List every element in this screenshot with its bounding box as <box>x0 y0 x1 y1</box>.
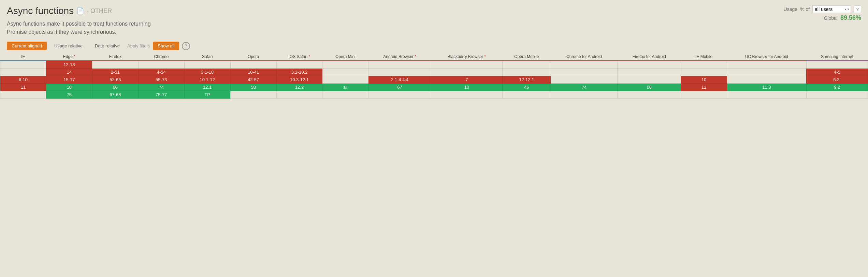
col-label: UC Browser for Android <box>745 54 788 59</box>
col-label: Firefox for Android <box>633 54 666 59</box>
table-cell: 67 <box>368 84 431 91</box>
table-cell: 46 <box>502 84 551 91</box>
table-cell <box>681 69 727 76</box>
col-label: IE <box>21 54 25 59</box>
table-cell: 42-57 <box>230 76 276 84</box>
global-row: Global 89.56% <box>766 14 861 21</box>
table-cell: 55-73 <box>138 76 184 84</box>
compat-table-container: IEEdge *FirefoxChromeSafariOperaiOS Safa… <box>0 53 868 99</box>
col-header-uc-browser-for-android: UC Browser for Android <box>727 53 807 61</box>
table-cell <box>551 76 618 84</box>
table-row: 7567-6875-77TP <box>0 91 868 99</box>
col-header-blackberry-browser: Blackberry Browser * <box>431 53 502 61</box>
title-icon: 📄 <box>76 7 84 15</box>
table-cell <box>618 61 681 69</box>
col-header-opera-mobile: Opera Mobile <box>502 53 551 61</box>
table-cell <box>230 91 276 99</box>
table-cell <box>806 61 868 69</box>
table-cell: 14 <box>46 69 92 76</box>
table-cell <box>368 61 431 69</box>
col-label: Samsung Internet <box>821 54 853 59</box>
description-line2: Promise objects as if they were synchron… <box>7 28 766 36</box>
table-cell: 11 <box>681 84 727 91</box>
date-relative-button[interactable]: Date relative <box>90 42 125 50</box>
table-cell <box>551 69 618 76</box>
table-cell <box>618 76 681 84</box>
table-cell: 75-77 <box>138 91 184 99</box>
col-header-chrome-for-android: Chrome for Android <box>551 53 618 61</box>
col-label: Safari <box>202 54 213 59</box>
table-cell <box>727 61 807 69</box>
table-cell <box>727 69 807 76</box>
apply-filters-button[interactable]: Apply filters <box>127 43 150 48</box>
table-cell: 6.2- <box>806 76 868 84</box>
col-asterisk: * <box>483 54 486 59</box>
title-other: - OTHER <box>87 8 112 15</box>
table-cell: 74 <box>551 84 618 91</box>
table-cell: 66 <box>92 84 138 91</box>
filters-help-badge[interactable]: ? <box>182 42 190 50</box>
table-cell: 4-54 <box>138 69 184 76</box>
table-cell: 10.3-12.1 <box>276 76 322 84</box>
col-header-opera-mini: Opera Mini <box>322 53 368 61</box>
table-cell: 52-65 <box>92 76 138 84</box>
usage-section: Usage % of all users tracked users ? Glo… <box>766 5 861 21</box>
usage-help-button[interactable]: ? <box>854 5 861 13</box>
table-cell: 11.8 <box>727 84 807 91</box>
table-cell <box>618 91 681 99</box>
table-cell: 66 <box>618 84 681 91</box>
table-cell: 6-10 <box>0 76 46 84</box>
col-header-safari: Safari <box>184 53 230 61</box>
current-aligned-button[interactable]: Current aligned <box>7 42 47 50</box>
col-label: Firefox <box>109 54 121 59</box>
col-label: Opera <box>248 54 259 59</box>
table-cell <box>92 61 138 69</box>
col-header-android-browser: Android Browser * <box>368 53 431 61</box>
table-cell <box>322 69 368 76</box>
col-asterisk: * <box>73 54 75 59</box>
table-cell <box>551 61 618 69</box>
table-cell <box>230 61 276 69</box>
table-cell <box>727 91 807 99</box>
col-label: Edge <box>63 54 73 59</box>
title-text: Async functions <box>7 5 74 16</box>
table-row: 1118667412.15812.2all67104674661111.89.2 <box>0 84 868 91</box>
table-cell <box>276 61 322 69</box>
show-all-button[interactable]: Show all <box>153 42 179 50</box>
table-cell: 12.1 <box>184 84 230 91</box>
table-cell: 10-41 <box>230 69 276 76</box>
usage-relative-button[interactable]: Usage relative <box>49 42 87 50</box>
filters-bar: Current aligned Usage relative Date rela… <box>0 39 868 53</box>
global-label: Global <box>824 15 837 21</box>
table-cell <box>502 69 551 76</box>
col-header-ie: IE <box>0 53 46 61</box>
table-cell <box>551 91 618 99</box>
table-cell: 15-17 <box>46 76 92 84</box>
table-cell <box>431 91 502 99</box>
users-select[interactable]: all users tracked users <box>812 5 851 13</box>
table-cell <box>276 91 322 99</box>
table-cell <box>618 69 681 76</box>
table-cell <box>0 91 46 99</box>
table-cell <box>184 61 230 69</box>
col-label: Chrome <box>154 54 169 59</box>
table-cell: 12.2 <box>276 84 322 91</box>
table-cell: 12-13 <box>46 61 92 69</box>
table-row: 6-1015-1752-6555-7310.1-1242-5710.3-12.1… <box>0 76 868 84</box>
table-cell <box>368 69 431 76</box>
table-cell <box>502 91 551 99</box>
table-cell <box>727 76 807 84</box>
table-cell: 7 <box>431 76 502 84</box>
users-select-wrapper[interactable]: all users tracked users <box>812 5 851 13</box>
compat-table: IEEdge *FirefoxChromeSafariOperaiOS Safa… <box>0 53 868 99</box>
table-cell: 18 <box>46 84 92 91</box>
table-row: 12-13 <box>0 61 868 69</box>
table-cell <box>431 69 502 76</box>
table-cell: 9.2 <box>806 84 868 91</box>
table-header-row: IEEdge *FirefoxChromeSafariOperaiOS Safa… <box>0 53 868 61</box>
page-title: Async functions 📄 - OTHER <box>7 5 766 16</box>
table-cell: 2-51 <box>92 69 138 76</box>
col-label: Blackberry Browser <box>448 54 483 59</box>
col-header-firefox: Firefox <box>92 53 138 61</box>
table-cell <box>681 91 727 99</box>
